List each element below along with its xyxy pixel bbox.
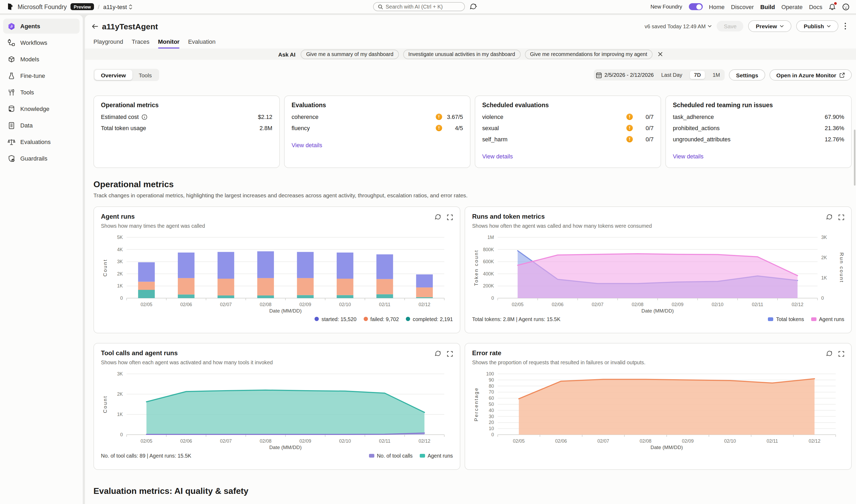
metric-label: sexual — [482, 125, 499, 131]
foundry-logo-icon — [6, 3, 14, 11]
range-7d[interactable]: 7D — [690, 71, 705, 79]
sidebar-label-fine-tune: Fine-tune — [20, 73, 45, 79]
foundry-logo[interactable] — [6, 3, 14, 11]
range-1m[interactable]: 1M — [710, 71, 723, 79]
settings-button[interactable]: Settings — [729, 69, 765, 80]
tool-calls-chart[interactable]: 01K2K3K02/0502/0602/0702/0802/0902/1002/… — [101, 370, 453, 451]
info-icon[interactable] — [141, 114, 148, 120]
nav-operate[interactable]: Operate — [781, 3, 803, 10]
sidebar-item-workflows[interactable]: Workflows — [3, 35, 80, 50]
card-title: Evaluations — [292, 102, 463, 108]
svg-text:Date (MM/DD): Date (MM/DD) — [641, 308, 674, 313]
breadcrumb-project: a11y-test — [103, 3, 127, 10]
error-rate-chart[interactable]: 010203040506070809010002/0502/0602/0702/… — [472, 370, 844, 451]
svg-text:200K: 200K — [483, 283, 494, 289]
save-button[interactable]: Save — [717, 21, 743, 32]
close-icon — [658, 52, 663, 56]
nav-home[interactable]: Home — [709, 3, 725, 10]
ask-ai-close-button[interactable] — [658, 52, 663, 56]
main-panel: a11yTestAgent v6 saved Today 12:49 AM Sa… — [85, 15, 856, 504]
tab-playground[interactable]: Playground — [93, 38, 123, 49]
breadcrumb[interactable]: a11y-test — [103, 3, 132, 10]
view-details-link[interactable]: View details — [292, 142, 322, 148]
date-range-picker[interactable]: 2/5/2026 - 2/12/2026 — [596, 72, 654, 78]
copilot-chat-icon[interactable] — [469, 3, 477, 10]
version-selector[interactable]: v6 saved Today 12:49 AM — [645, 23, 712, 29]
nav-build[interactable]: Build — [760, 3, 775, 10]
chart-expand-button[interactable] — [447, 349, 453, 359]
legend-label: Agent runs — [819, 316, 844, 322]
chart-subtitle: Shows how often each agent was activated… — [101, 359, 273, 365]
legend-label: completed: 2,191 — [413, 316, 453, 322]
publish-button[interactable]: Publish — [796, 20, 838, 32]
brand-title: Microsoft Foundry — [18, 3, 67, 10]
open-azure-monitor-button[interactable]: Open in Azure Monitor — [770, 69, 852, 80]
sidebar-item-evaluations[interactable]: Evaluations — [3, 134, 80, 149]
view-tools[interactable]: Tools — [132, 70, 158, 80]
section-description: Track changes in operational metrics, hi… — [93, 193, 852, 198]
svg-text:02/07: 02/07 — [598, 438, 609, 444]
sidebar-item-data[interactable]: Data — [3, 118, 80, 133]
preview-button[interactable]: Preview — [748, 20, 791, 32]
view-details-link[interactable]: View details — [482, 153, 513, 160]
chart-expand-button[interactable] — [838, 349, 844, 359]
warning-icon: ! — [627, 136, 633, 142]
more-options-button[interactable] — [843, 22, 848, 30]
chevron-down-icon — [780, 24, 784, 28]
tab-traces[interactable]: Traces — [132, 38, 149, 49]
tab-monitor[interactable]: Monitor — [158, 38, 180, 49]
feedback-button[interactable] — [842, 3, 850, 11]
sidebar-item-knowledge[interactable]: Knowledge — [3, 101, 80, 116]
legend-label: started: 15,520 — [322, 316, 357, 322]
metric-value: 21.36% — [825, 125, 844, 131]
sidebar-item-guardrails[interactable]: Guardrails — [3, 151, 80, 166]
metric-label: ungrounded_attributes — [673, 136, 731, 142]
svg-text:10: 10 — [489, 426, 494, 431]
svg-text:2K: 2K — [821, 255, 827, 260]
chevron-down-icon — [827, 24, 831, 28]
svg-text:800K: 800K — [483, 247, 494, 252]
chart-ask-ai-button[interactable] — [435, 213, 442, 222]
sidebar-item-tools[interactable]: Tools — [3, 85, 80, 100]
scrollbar-thumb[interactable] — [854, 130, 855, 185]
svg-text:Percentage: Percentage — [474, 387, 479, 421]
svg-text:1K: 1K — [117, 283, 123, 289]
new-foundry-toggle[interactable] — [689, 3, 702, 10]
date-range-group: 2/5/2026 - 2/12/2026 Last Day 7D 1M — [594, 69, 725, 80]
svg-text:400K: 400K — [483, 271, 494, 276]
legend-swatch — [420, 454, 425, 457]
chart-expand-button[interactable] — [447, 213, 453, 222]
tab-evaluation[interactable]: Evaluation — [188, 38, 216, 49]
search-box[interactable] — [373, 2, 465, 11]
notifications-button[interactable] — [829, 3, 836, 11]
nav-discover[interactable]: Discover — [731, 3, 754, 10]
svg-text:Count: Count — [102, 259, 108, 276]
sidebar-item-models[interactable]: Models — [3, 52, 80, 67]
range-last-day[interactable]: Last Day — [658, 71, 685, 79]
search-input[interactable] — [386, 4, 460, 10]
ask-ai-chip-summary[interactable]: Give me a summary of my dashboard — [301, 49, 399, 59]
view-overview[interactable]: Overview — [95, 70, 132, 80]
sidebar-item-fine-tune[interactable]: Fine-tune — [3, 68, 80, 83]
chart-ask-ai-button[interactable] — [435, 349, 442, 359]
chart-title: Runs and token metrics — [472, 213, 652, 220]
header-actions: v6 saved Today 12:49 AM Save Preview Pub… — [645, 20, 848, 32]
chart-ask-ai-button[interactable] — [826, 349, 833, 359]
project-selector-icon — [129, 4, 132, 9]
back-button[interactable] — [91, 23, 99, 30]
azure-monitor-label: Open in Azure Monitor — [776, 72, 836, 78]
sidebar-label-guardrails: Guardrails — [20, 155, 48, 162]
sidebar-item-agents[interactable]: Agents — [3, 19, 80, 34]
metric-value: 3.67/5 — [447, 113, 463, 120]
metric-label: fluency — [292, 125, 310, 131]
chart-expand-button[interactable] — [838, 213, 844, 222]
runs-tokens-chart[interactable]: 0200K400K600K800K1M01K2K3K02/0502/0602/0… — [472, 233, 844, 314]
view-details-link[interactable]: View details — [673, 153, 704, 160]
svg-text:3K: 3K — [821, 235, 827, 240]
chart-ask-ai-button[interactable] — [826, 213, 833, 222]
svg-text:3K: 3K — [117, 259, 123, 264]
nav-docs[interactable]: Docs — [809, 3, 822, 10]
ask-ai-chip-investigate[interactable]: Investigate unusual activities in my das… — [403, 49, 520, 59]
ask-ai-chip-recommend[interactable]: Give me recommendations for improving my… — [525, 49, 653, 59]
agent-runs-chart[interactable]: 01K2K3K4K5K02/0502/0602/0702/0802/0902/1… — [101, 233, 453, 314]
